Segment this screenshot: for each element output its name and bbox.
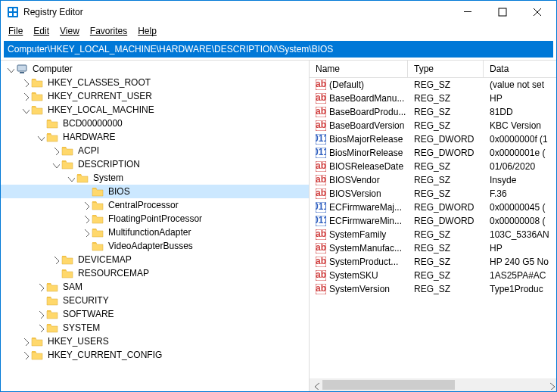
menu-view[interactable]: View xyxy=(55,24,84,38)
chevron-right-icon[interactable] xyxy=(19,335,31,347)
chevron-right-icon[interactable] xyxy=(34,322,46,334)
column-headers: Name Type Data xyxy=(310,61,556,78)
string-value-icon xyxy=(316,243,326,254)
value-name: SystemSKU xyxy=(329,270,378,281)
chevron-down-icon[interactable] xyxy=(4,63,16,75)
tree-node-sam[interactable]: SAM xyxy=(1,280,309,294)
tree-node-computer[interactable]: Computer xyxy=(1,62,309,76)
tree-node-resourcemap[interactable]: RESOURCEMAP xyxy=(1,266,309,280)
value-row[interactable]: BaseBoardProdu...REG_SZ81DD xyxy=(310,105,556,119)
tree-node-systemhk[interactable]: SYSTEM xyxy=(1,321,309,334)
value-row[interactable]: (Default)REG_SZ(value not set xyxy=(310,78,556,92)
value-row[interactable]: SystemManufac...REG_SZHP xyxy=(310,241,556,255)
value-name-cell: BiosMinorRelease xyxy=(310,148,408,158)
tree-node-fpp[interactable]: FloatingPointProcessor xyxy=(1,212,309,226)
tree-node-acpi[interactable]: ACPI xyxy=(1,144,309,157)
folder-icon xyxy=(31,90,43,102)
menu-edit[interactable]: Edit xyxy=(29,24,54,38)
titlebar[interactable]: Registry Editor xyxy=(1,1,556,23)
tree-node-hardware[interactable]: HARDWARE xyxy=(1,130,309,144)
value-row[interactable]: BaseBoardManu...REG_SZHP xyxy=(310,92,556,105)
tree-node-bcd[interactable]: BCD00000000 xyxy=(1,117,309,130)
chevron-down-icon[interactable] xyxy=(34,131,46,143)
value-data: 0x0000000f (1 xyxy=(484,134,556,145)
menu-file[interactable]: File xyxy=(4,24,27,38)
chevron-right-icon[interactable] xyxy=(19,76,31,89)
folder-icon xyxy=(46,294,58,306)
tree-node-description[interactable]: DESCRIPTION xyxy=(1,157,309,171)
tree-node-hku[interactable]: HKEY_USERS xyxy=(1,334,309,348)
tree-node-hkcc[interactable]: HKEY_CURRENT_CONFIG xyxy=(1,348,309,362)
value-name: SystemFamily xyxy=(329,229,386,240)
value-type: REG_SZ xyxy=(408,161,484,172)
value-type: REG_SZ xyxy=(408,243,484,254)
values-pane[interactable]: Name Type Data (Default)REG_SZ(value not… xyxy=(310,61,556,391)
chevron-down-icon[interactable] xyxy=(49,158,61,170)
value-row[interactable]: BaseBoardVersionREG_SZKBC Version xyxy=(310,119,556,132)
value-row[interactable]: SystemVersionREG_SZType1Produc xyxy=(310,282,556,296)
tree-node-vab[interactable]: VideoAdapterBusses xyxy=(1,239,309,253)
maximize-button[interactable] xyxy=(485,1,520,23)
tree-node-software[interactable]: SOFTWARE xyxy=(1,307,309,321)
chevron-right-icon[interactable] xyxy=(19,90,31,102)
value-name-cell: BIOSReleaseDate xyxy=(310,161,408,172)
value-data: HP xyxy=(484,243,556,254)
tree-pane[interactable]: Computer HKEY_CLASSES_ROOT HKEY_CURRENT_… xyxy=(1,61,310,391)
scroll-thumb[interactable] xyxy=(322,380,455,390)
chevron-right-icon[interactable] xyxy=(34,281,46,293)
chevron-right-icon[interactable] xyxy=(49,254,61,266)
value-name-cell: SystemManufac... xyxy=(310,243,408,254)
value-row[interactable]: SystemFamilyREG_SZ103C_5336AN xyxy=(310,228,556,241)
value-row[interactable]: ECFirmwareMin...REG_DWORD0x00000008 ( xyxy=(310,214,556,228)
minimize-icon xyxy=(462,6,474,18)
address-bar[interactable]: Computer\HKEY_LOCAL_MACHINE\HARDWARE\DES… xyxy=(4,41,553,58)
column-data[interactable]: Data xyxy=(484,61,556,77)
horizontal-scrollbar[interactable] xyxy=(310,378,556,391)
tree-node-mfa[interactable]: MultifunctionAdapter xyxy=(1,226,309,239)
value-row[interactable]: BiosMajorReleaseREG_DWORD0x0000000f (1 xyxy=(310,132,556,146)
value-name: SystemProduct... xyxy=(329,257,398,267)
chevron-right-icon[interactable] xyxy=(49,145,61,157)
tree-node-hkcr[interactable]: HKEY_CLASSES_ROOT xyxy=(1,76,309,89)
tree-node-devicemap[interactable]: DEVICEMAP xyxy=(1,253,309,266)
value-row[interactable]: SystemProduct...REG_SZHP 240 G5 No xyxy=(310,255,556,269)
menu-help[interactable]: Help xyxy=(133,24,161,38)
column-name[interactable]: Name xyxy=(310,61,408,77)
chevron-right-icon[interactable] xyxy=(19,349,31,361)
tree-node-centralprocessor[interactable]: CentralProcessor xyxy=(1,198,309,212)
value-name-cell: (Default) xyxy=(310,79,408,90)
value-row[interactable]: SystemSKUREG_SZ1AS25PA#AC xyxy=(310,269,556,282)
scroll-track[interactable] xyxy=(322,378,543,391)
tree-node-hklm[interactable]: HKEY_LOCAL_MACHINE xyxy=(1,103,309,117)
tree-node-bios[interactable]: BIOS xyxy=(1,185,309,198)
chevron-right-icon[interactable] xyxy=(79,213,92,225)
value-data: Type1Produc xyxy=(484,284,556,294)
minimize-button[interactable] xyxy=(450,1,485,23)
scroll-right-icon[interactable] xyxy=(543,378,556,391)
tree-node-security[interactable]: SECURITY xyxy=(1,294,309,307)
chevron-right-icon[interactable] xyxy=(79,226,92,238)
value-data: 1AS25PA#AC xyxy=(484,270,556,281)
value-row[interactable]: BIOSReleaseDateREG_SZ01/06/2020 xyxy=(310,160,556,173)
value-name: SystemVersion xyxy=(329,284,390,294)
scroll-left-icon[interactable] xyxy=(310,378,322,391)
tree-node-system[interactable]: System xyxy=(1,171,309,185)
value-row[interactable]: BiosMinorReleaseREG_DWORD0x0000001e ( xyxy=(310,146,556,160)
value-data: 0x00000008 ( xyxy=(484,216,556,226)
value-row[interactable]: BIOSVendorREG_SZInsyde xyxy=(310,173,556,187)
chevron-down-icon[interactable] xyxy=(19,104,31,116)
tree-node-hkcu[interactable]: HKEY_CURRENT_USER xyxy=(1,89,309,103)
folder-icon xyxy=(46,281,58,293)
column-type[interactable]: Type xyxy=(408,61,484,77)
chevron-right-icon[interactable] xyxy=(34,308,46,320)
chevron-down-icon[interactable] xyxy=(64,172,76,184)
value-type: REG_SZ xyxy=(408,188,484,199)
value-data: HP 240 G5 No xyxy=(484,257,556,267)
value-row[interactable]: ECFirmwareMaj...REG_DWORD0x00000045 ( xyxy=(310,201,556,214)
value-data: 103C_5336AN xyxy=(484,229,556,240)
binary-value-icon xyxy=(316,148,326,158)
chevron-right-icon[interactable] xyxy=(79,199,92,211)
value-row[interactable]: BIOSVersionREG_SZF.36 xyxy=(310,187,556,201)
close-button[interactable] xyxy=(520,1,555,23)
menu-favorites[interactable]: Favorites xyxy=(86,24,132,38)
